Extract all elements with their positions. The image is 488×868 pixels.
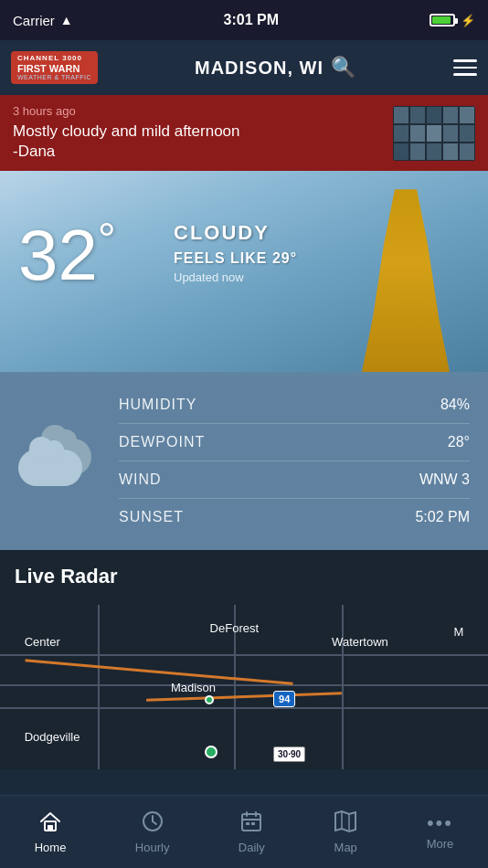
svg-line-4 bbox=[153, 821, 156, 824]
svg-rect-10 bbox=[251, 822, 255, 825]
svg-marker-11 bbox=[335, 811, 355, 831]
logo-sub: WEATHER & TRAFFIC bbox=[17, 74, 91, 81]
cloud-icon bbox=[18, 429, 101, 493]
statue-decoration bbox=[351, 189, 461, 372]
home-icon bbox=[38, 810, 62, 837]
city-name: MADISON, WI bbox=[195, 58, 324, 79]
app-header: CHANNEL 3000 FIRST WARN WEATHER & TRAFFI… bbox=[0, 40, 488, 95]
highway-badge: 94 bbox=[273, 691, 295, 707]
sunset-row: SUNSET 5:02 PM bbox=[119, 499, 470, 535]
news-time: 3 hours ago bbox=[13, 104, 384, 118]
status-right: ⚡ bbox=[430, 14, 475, 27]
nav-daily-label: Daily bbox=[239, 841, 265, 854]
feels-like: FEELS LIKE 29° bbox=[174, 250, 297, 267]
nav-hourly-label: Hourly bbox=[135, 841, 170, 854]
weather-hero: 32° CLOUDY FEELS LIKE 29° Updated now bbox=[0, 171, 488, 372]
wind-row: WIND WNW 3 bbox=[119, 461, 470, 499]
temperature-display: 32° bbox=[18, 217, 116, 291]
bottom-nav: Home Hourly Daily bbox=[0, 795, 488, 868]
temperature-value: 32° bbox=[18, 215, 116, 295]
humidity-row: HUMIDITY 84% bbox=[119, 386, 470, 424]
logo-channel: CHANNEL 3000 bbox=[17, 55, 91, 63]
svg-rect-9 bbox=[246, 822, 249, 825]
bolt-icon: ⚡ bbox=[461, 14, 475, 27]
nav-map[interactable]: Map bbox=[319, 802, 372, 862]
dewpoint-value: 28° bbox=[448, 434, 470, 450]
map-background: Center DeForest Watertown Madison Dodgev… bbox=[0, 605, 488, 769]
humidity-label: HUMIDITY bbox=[119, 397, 196, 413]
nav-daily[interactable]: Daily bbox=[224, 802, 280, 862]
time-display: 3:01 PM bbox=[224, 12, 279, 28]
weather-details: HUMIDITY 84% DEWPOINT 28° WIND WNW 3 SUN… bbox=[0, 372, 488, 550]
news-headline: Mostly cloudy and mild afternoon-Dana bbox=[13, 122, 384, 162]
nav-map-label: Map bbox=[334, 841, 357, 854]
calendar-icon bbox=[239, 810, 263, 837]
condition-name: CLOUDY bbox=[174, 221, 297, 245]
menu-button[interactable] bbox=[453, 59, 477, 76]
status-left: Carrier ▲ bbox=[13, 13, 73, 28]
humidity-value: 84% bbox=[440, 397, 470, 413]
status-bar: Carrier ▲ 3:01 PM ⚡ bbox=[0, 0, 488, 40]
app-logo: CHANNEL 3000 FIRST WARN WEATHER & TRAFFI… bbox=[11, 51, 98, 85]
nav-more[interactable]: ••• More bbox=[412, 806, 469, 858]
svg-rect-1 bbox=[48, 825, 53, 831]
dewpoint-row: DEWPOINT 28° bbox=[119, 424, 470, 461]
dewpoint-label: DEWPOINT bbox=[119, 434, 205, 450]
map-label-watertown: Watertown bbox=[332, 635, 388, 649]
wind-label: WIND bbox=[119, 471, 162, 488]
news-banner[interactable]: 3 hours ago Mostly cloudy and mild after… bbox=[0, 95, 488, 171]
updated-text: Updated now bbox=[174, 270, 297, 284]
map-label-center: Center bbox=[25, 635, 60, 649]
live-radar-section: Live Radar bbox=[0, 550, 488, 605]
nav-more-label: More bbox=[427, 837, 454, 851]
news-text: 3 hours ago Mostly cloudy and mild after… bbox=[13, 104, 384, 162]
wind-value: WNW 3 bbox=[419, 471, 470, 488]
map-label-m: M bbox=[454, 625, 464, 639]
battery-icon bbox=[430, 14, 455, 26]
nav-home[interactable]: Home bbox=[20, 802, 81, 862]
radar-map[interactable]: Center DeForest Watertown Madison Dodgev… bbox=[0, 605, 488, 769]
speed-sign: 30·90 bbox=[273, 746, 305, 762]
more-dots-icon: ••• bbox=[427, 813, 453, 833]
location-dot bbox=[205, 746, 217, 758]
wifi-icon: ▲ bbox=[60, 13, 73, 27]
map-label-dodgeville: Dodgeville bbox=[25, 730, 80, 744]
city-title: MADISON, WI 🔍 bbox=[195, 56, 356, 79]
search-icon[interactable]: 🔍 bbox=[331, 56, 356, 79]
sunset-value: 5:02 PM bbox=[415, 509, 470, 525]
news-thumbnail bbox=[393, 106, 475, 161]
carrier-label: Carrier bbox=[13, 13, 55, 28]
condition-display: CLOUDY FEELS LIKE 29° Updated now bbox=[174, 221, 297, 284]
nav-hourly[interactable]: Hourly bbox=[121, 802, 185, 862]
sunset-label: SUNSET bbox=[119, 509, 184, 525]
nav-home-label: Home bbox=[35, 841, 67, 854]
map-label-madison: Madison bbox=[171, 681, 216, 694]
live-radar-title: Live Radar bbox=[15, 565, 473, 588]
madison-dot bbox=[205, 695, 214, 704]
svg-rect-5 bbox=[242, 814, 260, 831]
details-table: HUMIDITY 84% DEWPOINT 28° WIND WNW 3 SUN… bbox=[119, 386, 470, 535]
map-icon bbox=[334, 810, 357, 837]
map-label-deforest: DeForest bbox=[210, 621, 259, 635]
clock-icon bbox=[141, 810, 164, 837]
logo-brand: FIRST WARN bbox=[17, 63, 91, 74]
